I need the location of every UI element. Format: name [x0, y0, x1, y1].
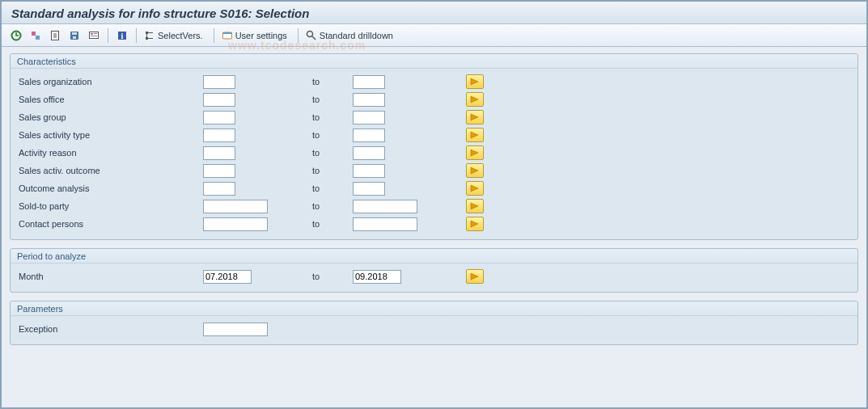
to-label: to: [312, 219, 353, 229]
sap-window: Standard analysis for info structure S01…: [0, 0, 868, 409]
to-input[interactable]: [353, 200, 417, 213]
exception-input[interactable]: [203, 323, 268, 336]
from-input[interactable]: [203, 129, 235, 142]
multiple-selection-button[interactable]: [466, 92, 484, 107]
field-label: Contact persons: [17, 219, 203, 229]
characteristics-row: Sales groupto: [17, 108, 851, 126]
month-label: Month: [17, 272, 203, 281]
toolbar-separator: [136, 28, 137, 43]
to-label: to: [312, 148, 353, 158]
execute-icon[interactable]: [8, 27, 24, 44]
field-label: Sales activ. outcome: [17, 166, 203, 175]
to-label: to: [312, 130, 353, 140]
to-input[interactable]: [353, 182, 385, 196]
user-settings-label: User settings: [235, 31, 287, 40]
field-label: Sales activity type: [17, 130, 203, 140]
user-settings-button[interactable]: User settings: [220, 27, 292, 44]
standard-drilldown-button[interactable]: Standard drilldown: [304, 27, 398, 44]
from-input[interactable]: [203, 93, 235, 107]
to-input[interactable]: [353, 146, 385, 160]
multiple-selection-button[interactable]: [466, 128, 484, 142]
toolbar-separator: [214, 28, 214, 43]
svg-rect-13: [146, 32, 148, 34]
to-label: to: [312, 272, 353, 281]
standard-drilldown-label: Standard drilldown: [320, 31, 393, 40]
to-label: to: [312, 166, 353, 175]
info-icon[interactable]: i: [114, 27, 130, 44]
svg-rect-10: [91, 36, 97, 36]
toolbar-separator: [298, 28, 299, 43]
to-input[interactable]: [353, 111, 385, 124]
from-input[interactable]: [203, 217, 268, 231]
select-version-button[interactable]: SelectVers.: [142, 27, 208, 44]
from-input[interactable]: [203, 182, 235, 196]
field-label: Sales organization: [17, 77, 203, 86]
parameters-title: Parameters: [11, 301, 857, 316]
characteristics-row: Sales activity typeto: [17, 126, 851, 144]
month-multiple-selection-button[interactable]: [466, 269, 484, 284]
multiple-selection-button[interactable]: [466, 163, 484, 178]
from-input[interactable]: [203, 111, 235, 124]
to-input[interactable]: [353, 93, 385, 107]
from-input[interactable]: [203, 164, 235, 178]
field-label: Sales group: [17, 112, 203, 122]
variant-icon[interactable]: [28, 27, 44, 44]
period-group: Period to analyze Month to: [10, 248, 858, 293]
get-variant-icon[interactable]: [47, 27, 63, 44]
from-input[interactable]: [203, 146, 235, 160]
field-label: Outcome analysis: [17, 183, 203, 193]
exception-label: Exception: [17, 324, 203, 334]
svg-rect-5: [72, 32, 77, 35]
characteristics-group: Characteristics Sales organizationtoSale…: [10, 53, 858, 240]
characteristics-title: Characteristics: [11, 54, 857, 69]
title-bar: Standard analysis for info structure S01…: [2, 2, 866, 24]
to-input[interactable]: [353, 75, 385, 89]
characteristics-row: Activity reasonto: [17, 144, 851, 162]
svg-rect-1: [32, 32, 36, 36]
display-icon[interactable]: [86, 27, 102, 44]
svg-rect-9: [94, 33, 97, 34]
from-input[interactable]: [203, 75, 235, 89]
page-title: Standard analysis for info structure S01…: [11, 6, 309, 20]
multiple-selection-button[interactable]: [466, 181, 484, 196]
month-from-input[interactable]: [203, 270, 252, 284]
svg-rect-6: [73, 36, 76, 39]
to-label: to: [312, 201, 353, 211]
to-label: to: [312, 112, 353, 122]
content-area: Characteristics Sales organizationtoSale…: [2, 47, 866, 360]
to-input[interactable]: [353, 164, 385, 178]
characteristics-row: Outcome analysisto: [17, 179, 851, 197]
to-label: to: [312, 77, 353, 86]
svg-rect-7: [90, 32, 99, 38]
characteristics-row: Sales activ. outcometo: [17, 162, 851, 179]
svg-rect-8: [91, 33, 93, 35]
field-label: Sold-to party: [17, 201, 203, 211]
parameters-group: Parameters Exception: [10, 301, 858, 345]
toolbar: i SelectVers. User settings Standard dri…: [2, 24, 866, 47]
characteristics-row: Sales organizationto: [17, 73, 851, 91]
select-version-label: SelectVers.: [158, 31, 203, 40]
to-label: to: [312, 183, 353, 193]
svg-text:i: i: [121, 32, 124, 40]
toolbar-separator: [108, 28, 108, 43]
to-input[interactable]: [353, 217, 417, 231]
from-input[interactable]: [203, 200, 268, 213]
save-icon[interactable]: [66, 27, 83, 44]
multiple-selection-button[interactable]: [466, 145, 484, 160]
multiple-selection-button[interactable]: [466, 217, 484, 231]
characteristics-row: Sold-to partyto: [17, 197, 851, 215]
characteristics-row: Contact personsto: [17, 215, 851, 233]
characteristics-row: Sales officeto: [17, 91, 851, 108]
to-label: to: [312, 95, 353, 104]
svg-rect-2: [36, 36, 40, 40]
multiple-selection-button[interactable]: [466, 110, 484, 124]
svg-rect-16: [222, 32, 231, 34]
svg-point-17: [307, 31, 312, 36]
svg-rect-14: [146, 37, 148, 40]
month-to-input[interactable]: [353, 270, 401, 284]
multiple-selection-button[interactable]: [466, 199, 484, 213]
period-title: Period to analyze: [11, 249, 857, 264]
to-input[interactable]: [353, 129, 385, 142]
multiple-selection-button[interactable]: [466, 74, 484, 89]
field-label: Activity reason: [17, 148, 203, 158]
